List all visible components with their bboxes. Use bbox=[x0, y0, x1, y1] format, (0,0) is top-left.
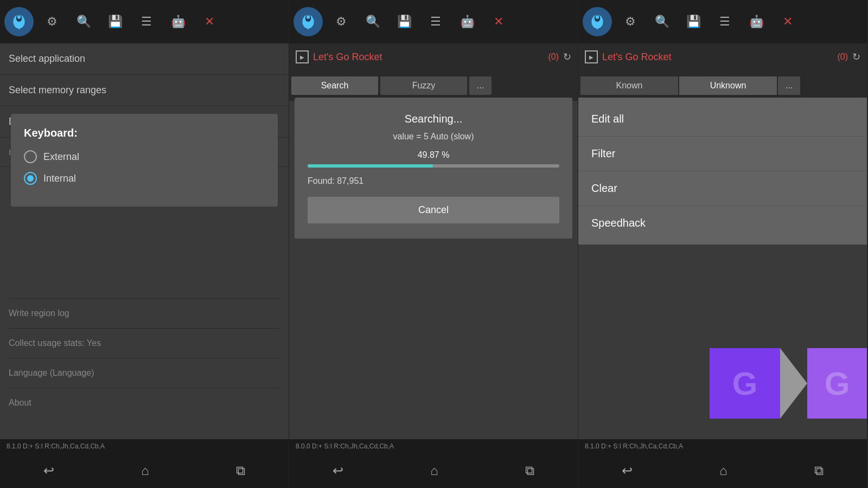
tab-unknown-3[interactable]: Unknown bbox=[679, 76, 777, 95]
bottom-status-1: 8.1.0 D:+ S:I R:Ch,Jh,Ca,Cd,Cb,A bbox=[0, 439, 289, 453]
game-icon-g1: G bbox=[710, 348, 780, 419]
progress-percent: 49.87 % bbox=[308, 150, 559, 160]
app-name-2: Let's Go Rocket bbox=[313, 52, 544, 63]
panel-context: ⚙ 🔍 💾 ☰ 🤖 ✕ ▶ Let's Go Rocket (0) ↻ Know… bbox=[578, 0, 867, 488]
game-letter-g1: G bbox=[732, 365, 758, 402]
status-bar-3: ▶ Let's Go Rocket (0) ↻ bbox=[578, 43, 867, 70]
game-letter-g2: G bbox=[825, 365, 850, 402]
tab-more-3[interactable]: ... bbox=[778, 76, 800, 95]
svg-point-10 bbox=[596, 15, 599, 18]
search-tabs-2: Search Fuzzy ... bbox=[289, 70, 578, 101]
searching-title: Searching... bbox=[308, 113, 559, 125]
lower-settings: Write region log Collect usage stats: Ye… bbox=[0, 298, 289, 418]
menu-item-clear[interactable]: Clear bbox=[578, 171, 867, 206]
gear-icon-1[interactable]: ⚙ bbox=[39, 9, 65, 35]
play-button-2[interactable]: ▶ bbox=[296, 50, 309, 63]
recents-icon-3[interactable]: ⧉ bbox=[814, 463, 824, 478]
close-icon-2[interactable]: ✕ bbox=[486, 9, 512, 35]
ku-tabs-3: Known Unknown ... bbox=[578, 70, 867, 101]
app-icon-2[interactable] bbox=[293, 7, 323, 36]
progress-bar-bg bbox=[308, 164, 559, 168]
panel-search: ⚙ 🔍 💾 ☰ 🤖 ✕ ▶ Let's Go Rocket (0) ↻ Sear… bbox=[289, 0, 578, 488]
toolbar-2: ⚙ 🔍 💾 ☰ 🤖 ✕ bbox=[289, 0, 578, 43]
arrow-icon bbox=[780, 348, 807, 419]
keyboard-dialog-title: Keyboard: bbox=[24, 127, 265, 139]
result-count-2: (0) bbox=[548, 52, 559, 62]
list-icon-3[interactable]: ☰ bbox=[712, 9, 738, 35]
settings-item-select-app[interactable]: Select application bbox=[0, 43, 289, 75]
game-icon-g2: G bbox=[807, 348, 867, 419]
svg-point-2 bbox=[17, 15, 21, 18]
bottom-status-2: 8.0.0 D:+ S:I R:Ch,Jh,Ca,Cd,Cb,A bbox=[289, 439, 578, 453]
home-icon-2[interactable]: ⌂ bbox=[430, 463, 438, 478]
settings-item-language[interactable]: Language (Language) bbox=[9, 358, 280, 388]
gear-icon-2[interactable]: ⚙ bbox=[328, 9, 354, 35]
android-icon-1[interactable]: 🤖 bbox=[165, 9, 191, 35]
home-icon-3[interactable]: ⌂ bbox=[719, 463, 727, 478]
settings-item-region-log[interactable]: Write region log bbox=[9, 298, 280, 328]
nav-bar-1: ↩ ⌂ ⧉ bbox=[0, 453, 289, 488]
panel-settings: ⚙ 🔍 💾 ☰ 🤖 ✕ Select application Select me… bbox=[0, 0, 289, 488]
status-bar-2: ▶ Let's Go Rocket (0) ↻ bbox=[289, 43, 578, 70]
app-icon-1[interactable] bbox=[4, 7, 34, 36]
close-icon-1[interactable]: ✕ bbox=[196, 9, 222, 35]
internal-radio-label: Internal bbox=[43, 173, 76, 184]
android-icon-3[interactable]: 🤖 bbox=[743, 9, 769, 35]
search-icon-3[interactable]: 🔍 bbox=[649, 9, 675, 35]
cancel-button[interactable]: Cancel bbox=[308, 197, 559, 223]
save-icon-3[interactable]: 💾 bbox=[680, 9, 706, 35]
tab-fuzzy-2[interactable]: Fuzzy bbox=[380, 76, 467, 95]
tab-search-2[interactable]: Search bbox=[291, 76, 378, 95]
close-icon-3[interactable]: ✕ bbox=[775, 9, 801, 35]
settings-item-about[interactable]: About bbox=[9, 388, 280, 418]
game-icons-area: G G bbox=[710, 348, 867, 419]
nav-bar-2: ↩ ⌂ ⧉ bbox=[289, 453, 578, 488]
result-count-3: (0) bbox=[837, 52, 848, 62]
internal-radio-circle bbox=[24, 172, 37, 185]
found-count: Found: 87,951 bbox=[308, 176, 559, 186]
nav-bar-3: ↩ ⌂ ⧉ bbox=[578, 453, 867, 488]
save-icon-2[interactable]: 💾 bbox=[391, 9, 417, 35]
recents-icon-1[interactable]: ⧉ bbox=[236, 463, 245, 478]
menu-item-edit-all[interactable]: Edit all bbox=[578, 102, 867, 137]
tab-known-3[interactable]: Known bbox=[580, 76, 678, 95]
svg-point-6 bbox=[307, 15, 310, 18]
gear-icon-3[interactable]: ⚙ bbox=[617, 9, 643, 35]
menu-item-speedhack[interactable]: Speedhack bbox=[578, 206, 867, 240]
search-icon-2[interactable]: 🔍 bbox=[360, 9, 386, 35]
save-icon-1[interactable]: 💾 bbox=[102, 9, 128, 35]
external-radio-label: External bbox=[43, 151, 79, 163]
settings-item-memory[interactable]: Select memory ranges bbox=[0, 75, 289, 106]
external-radio-option[interactable]: External bbox=[24, 150, 265, 163]
context-menu: Edit all Filter Clear Speedhack bbox=[578, 98, 867, 245]
back-icon-3[interactable]: ↩ bbox=[622, 463, 633, 478]
keyboard-dialog: Keyboard: External Internal bbox=[11, 114, 278, 207]
app-name-3: Let's Go Rocket bbox=[602, 52, 833, 63]
app-icon-3[interactable] bbox=[583, 7, 612, 36]
back-icon-1[interactable]: ↩ bbox=[43, 463, 54, 478]
menu-item-filter[interactable]: Filter bbox=[578, 137, 867, 171]
bottom-status-3: 8.1.0 D:+ S:I R:Ch,Jh,Ca,Cd,Cb,A bbox=[578, 439, 867, 453]
list-icon-2[interactable]: ☰ bbox=[423, 9, 449, 35]
recents-icon-2[interactable]: ⧉ bbox=[525, 463, 534, 478]
search-icon-1[interactable]: 🔍 bbox=[71, 9, 97, 35]
searching-dialog: Searching... value = 5 Auto (slow) 49.87… bbox=[295, 98, 572, 239]
toolbar-1: ⚙ 🔍 💾 ☰ 🤖 ✕ bbox=[0, 0, 289, 43]
android-icon-2[interactable]: 🤖 bbox=[454, 9, 480, 35]
searching-value: value = 5 Auto (slow) bbox=[308, 132, 559, 142]
home-icon-1[interactable]: ⌂ bbox=[141, 463, 149, 478]
back-icon-2[interactable]: ↩ bbox=[333, 463, 343, 478]
toolbar-3: ⚙ 🔍 💾 ☰ 🤖 ✕ bbox=[578, 0, 867, 43]
play-button-3[interactable]: ▶ bbox=[585, 50, 598, 63]
external-radio-circle bbox=[24, 150, 37, 163]
settings-item-usage[interactable]: Collect usage stats: Yes bbox=[9, 328, 280, 358]
progress-bar-fill bbox=[308, 164, 433, 168]
refresh-icon-3[interactable]: ↻ bbox=[852, 51, 860, 63]
refresh-icon-2[interactable]: ↻ bbox=[563, 51, 571, 63]
tab-more-2[interactable]: ... bbox=[469, 76, 492, 95]
list-icon-1[interactable]: ☰ bbox=[133, 9, 159, 35]
internal-radio-option[interactable]: Internal bbox=[24, 172, 265, 185]
